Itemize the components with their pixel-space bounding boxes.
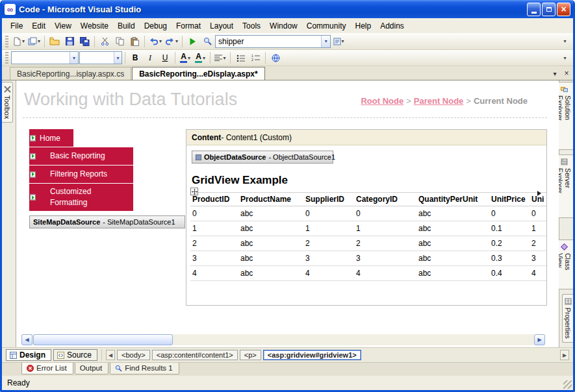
tag-nav-asp-content[interactable]: <asp:content#content1>: [152, 350, 238, 360]
bold-button[interactable]: B: [128, 51, 142, 65]
grid-cell: 4: [354, 266, 416, 281]
bullet-list-button[interactable]: [233, 51, 248, 65]
save-all-button[interactable]: [77, 34, 92, 49]
highlight-color-button[interactable]: A ▾: [193, 51, 207, 65]
undo-button[interactable]: ▾: [147, 34, 163, 49]
toolbar-grip[interactable]: [5, 52, 8, 64]
content-placeholder-id: - Content1 (Custom): [221, 133, 292, 142]
menu-build[interactable]: Build: [113, 19, 140, 32]
toolbar-grip[interactable]: [5, 36, 8, 47]
nav-item-home[interactable]: Home: [29, 129, 73, 147]
underline-button[interactable]: U: [158, 51, 172, 65]
close-document-button[interactable]: ×: [561, 68, 572, 79]
copy-button[interactable]: [112, 34, 127, 49]
tag-nav-scroll-right-button[interactable]: ▶: [560, 350, 569, 360]
new-project-button[interactable]: ▾: [27, 34, 42, 49]
smart-tag-arrow-icon[interactable]: [537, 191, 541, 196]
minimize-button[interactable]: [527, 3, 541, 16]
tag-nav-p[interactable]: <p>: [240, 350, 261, 360]
source-view-button[interactable]: Source: [53, 349, 97, 361]
font-size-combo[interactable]: ▾: [79, 51, 122, 64]
scroll-right-button[interactable]: ▶: [534, 334, 545, 345]
find-in-files-button[interactable]: [200, 34, 214, 49]
bullet-list-icon: [236, 55, 245, 62]
tab-basicreporting-aspx-cs[interactable]: BasicReporting...isplay.aspx.cs: [10, 67, 131, 80]
tab-basicreporting-aspx[interactable]: BasicReporting...eDisplay.aspx*: [132, 67, 265, 80]
nav-item-filtering-reports[interactable]: Filtering Reports: [29, 165, 133, 183]
menu-view[interactable]: View: [50, 19, 76, 32]
scrollbar-thumb[interactable]: [33, 334, 173, 345]
menu-debug[interactable]: Debug: [140, 19, 172, 32]
chevron-down-icon: ▾: [563, 55, 566, 61]
find-results-tab[interactable]: Find Results 1: [110, 363, 179, 374]
search-combo-input[interactable]: [216, 36, 321, 47]
cut-button[interactable]: [97, 34, 112, 49]
toolbox-tab[interactable]: Toolbox: [2, 82, 13, 123]
resize-grip[interactable]: [563, 380, 572, 389]
document-tab-strip: BasicReporting...isplay.aspx.cs BasicRep…: [2, 66, 573, 80]
combo-dropdown-button[interactable]: ▾: [321, 36, 330, 47]
design-view-button[interactable]: Design: [6, 349, 51, 361]
menu-edit[interactable]: Edit: [27, 19, 50, 32]
content-placeholder-body[interactable]: ObjectDataSource - ObjectDataSource1 Gri…: [186, 145, 546, 305]
toolbar-options-button[interactable]: ▾: [557, 34, 572, 49]
block-format-combo[interactable]: ▾: [11, 51, 79, 64]
quick-find-button[interactable]: ▾: [331, 34, 346, 49]
tag-nav-asp-gridview[interactable]: <asp:gridview#gridview1>: [263, 350, 361, 360]
table-row: 0 abc 0 0 abc 0 0: [190, 206, 546, 221]
combo-dropdown-button[interactable]: ▾: [70, 52, 78, 64]
gridview-control[interactable]: ProductID ProductName SupplierID Categor…: [190, 192, 543, 281]
objectdatasource-control[interactable]: ObjectDataSource - ObjectDataSource1: [192, 151, 333, 164]
combo-dropdown-button[interactable]: ▾: [114, 52, 121, 64]
nav-filtering-reports-label: Filtering Reports: [50, 169, 107, 180]
menu-help[interactable]: Help: [350, 19, 376, 32]
active-files-dropdown-button[interactable]: ▾: [550, 68, 560, 79]
tag-nav-scroll-left-button[interactable]: ◀: [106, 350, 115, 360]
redo-button[interactable]: ▾: [164, 34, 179, 49]
horizontal-scrollbar[interactable]: ◀ ▶: [21, 334, 545, 345]
search-combo[interactable]: ▾: [215, 35, 331, 48]
menu-addins[interactable]: Addins: [376, 19, 409, 32]
scroll-left-button[interactable]: ◀: [21, 334, 32, 345]
block-format-input[interactable]: [12, 52, 70, 64]
font-size-input[interactable]: [80, 52, 114, 64]
menu-tools[interactable]: Tools: [238, 19, 265, 32]
menu-window[interactable]: Window: [265, 19, 302, 32]
close-button[interactable]: ×: [557, 3, 570, 16]
error-list-tab[interactable]: Error List: [21, 363, 73, 374]
gridview-move-handle-icon[interactable]: [190, 188, 198, 195]
restore-button[interactable]: [542, 3, 556, 16]
numbered-list-button[interactable]: 12: [248, 51, 262, 65]
alignment-button[interactable]: ▾: [213, 51, 227, 65]
design-surface[interactable]: Working with Data Tutorials Root Node>Pa…: [16, 80, 559, 347]
italic-button[interactable]: I: [143, 51, 157, 65]
content-placeholder-header[interactable]: Content - Content1 (Custom): [186, 130, 546, 145]
output-tab[interactable]: Output: [75, 363, 109, 374]
hyperlink-button[interactable]: [268, 51, 283, 65]
save-button[interactable]: [62, 34, 77, 49]
quick-find-icon: [333, 38, 341, 45]
menu-website[interactable]: Website: [76, 19, 113, 32]
nav-item-basic-reporting[interactable]: Basic Reporting: [29, 147, 133, 165]
menu-community[interactable]: Community: [302, 19, 351, 32]
toolbar-options-button[interactable]: ▾: [557, 51, 572, 65]
menu-format[interactable]: Format: [172, 19, 205, 32]
menu-layout[interactable]: Layout: [205, 19, 238, 32]
open-file-button[interactable]: [47, 34, 62, 49]
properties-tab[interactable]: Properties: [562, 294, 573, 343]
grid-header-cell: UnitPrice: [489, 193, 530, 206]
dropdown-arrow-icon: ▾: [342, 38, 344, 44]
tag-nav-body[interactable]: <body>: [117, 350, 150, 360]
nav-item-customized-formatting[interactable]: Customized Formatting: [29, 184, 133, 211]
grid-cell: 0: [190, 206, 238, 221]
add-new-item-button[interactable]: ▾: [11, 34, 26, 49]
breadcrumb-root-link[interactable]: Root Node: [361, 96, 403, 106]
menu-file[interactable]: File: [6, 19, 27, 32]
content-placeholder-panel[interactable]: Content - Content1 (Custom) ObjectDataSo…: [186, 129, 547, 306]
properties-label: Properties: [564, 308, 572, 339]
breadcrumb-parent-link[interactable]: Parent Node: [414, 96, 464, 106]
start-debugging-button[interactable]: [185, 34, 199, 49]
font-color-button[interactable]: A ▾: [178, 51, 192, 65]
paste-button[interactable]: [127, 34, 142, 49]
sitemapdatasource-control[interactable]: SiteMapDataSource - SiteMapDataSource1: [29, 215, 185, 228]
